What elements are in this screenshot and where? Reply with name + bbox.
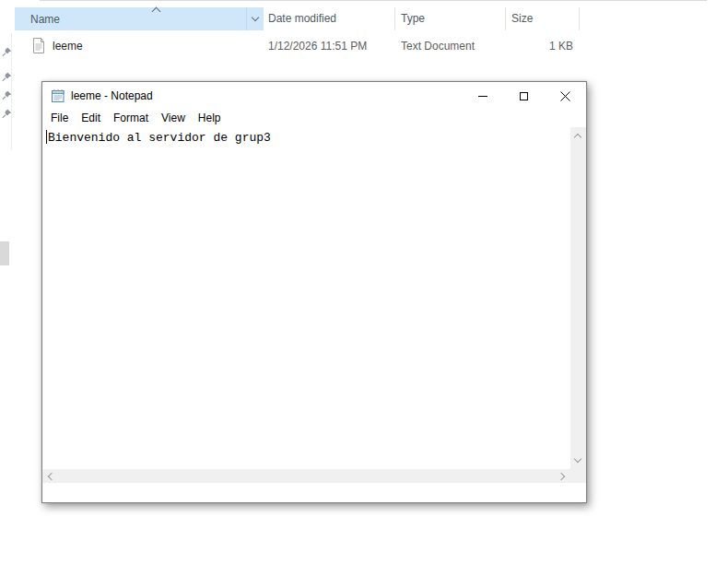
notepad-icon (51, 88, 65, 107)
column-header-type[interactable]: Type (401, 7, 425, 30)
file-name[interactable]: leeme (53, 35, 83, 57)
column-separator[interactable] (394, 7, 395, 30)
scroll-up-icon[interactable] (574, 134, 581, 141)
column-header-name[interactable]: Name (15, 7, 264, 30)
menu-format[interactable]: Format (107, 110, 155, 127)
file-type: Text Document (401, 35, 475, 57)
maximize-icon (520, 92, 528, 100)
name-filter-dropdown-button[interactable] (246, 7, 264, 30)
window-title: leeme - Notepad (71, 82, 153, 110)
chevron-down-icon (252, 14, 259, 21)
column-separator[interactable] (505, 7, 506, 30)
explorer-column-headers: Name Date modified Type Size (0, 7, 716, 30)
notepad-text-area[interactable]: Bienvenido al servidor de grup3 (42, 127, 570, 469)
file-row-leeme[interactable]: leeme 1/12/2026 11:51 PM Text Document 1… (0, 35, 716, 57)
horizontal-scrollbar[interactable] (42, 469, 570, 483)
maximize-button[interactable] (503, 82, 545, 110)
file-date-modified: 1/12/2026 11:51 PM (268, 35, 367, 57)
menu-file[interactable]: File (44, 110, 75, 127)
minimize-button[interactable] (462, 82, 503, 110)
document-text: Bienvenido al servidor de grup3 (48, 131, 271, 145)
notepad-titlebar[interactable]: leeme - Notepad (42, 82, 586, 110)
notepad-status-strip (42, 483, 586, 502)
pushpin-icon (2, 106, 12, 116)
text-document-icon (32, 38, 45, 56)
scrollbar-corner (570, 469, 586, 483)
pushpin-icon (2, 88, 12, 98)
sort-ascending-icon (152, 7, 161, 17)
window-controls (462, 82, 586, 110)
column-header-date-modified[interactable]: Date modified (268, 7, 336, 30)
explorer-top-border (40, 0, 707, 1)
pushpin-icon (2, 69, 12, 79)
scroll-down-icon[interactable] (574, 455, 581, 463)
column-header-name-label: Name (15, 13, 60, 26)
nav-pane-scrollbar-thumb[interactable] (0, 241, 9, 265)
vertical-scrollbar[interactable] (570, 127, 586, 469)
column-separator[interactable] (579, 7, 580, 30)
minimize-icon (478, 96, 487, 97)
scroll-left-icon[interactable] (48, 473, 55, 480)
close-button[interactable] (545, 82, 586, 110)
text-caret (46, 130, 47, 144)
notepad-window: leeme - Notepad File Edit Format View He… (41, 81, 587, 503)
menu-view[interactable]: View (155, 110, 192, 127)
column-header-size[interactable]: Size (511, 7, 533, 30)
notepad-menubar: File Edit Format View Help (42, 110, 586, 127)
scroll-right-icon[interactable] (558, 473, 565, 480)
file-size: 1 KB (498, 35, 573, 57)
menu-edit[interactable]: Edit (75, 110, 107, 127)
menu-help[interactable]: Help (192, 110, 228, 127)
desktop-stage: Name Date modified Type Size leeme 1/12/… (0, 0, 716, 588)
pushpin-icon (2, 44, 12, 54)
close-icon (560, 91, 570, 101)
